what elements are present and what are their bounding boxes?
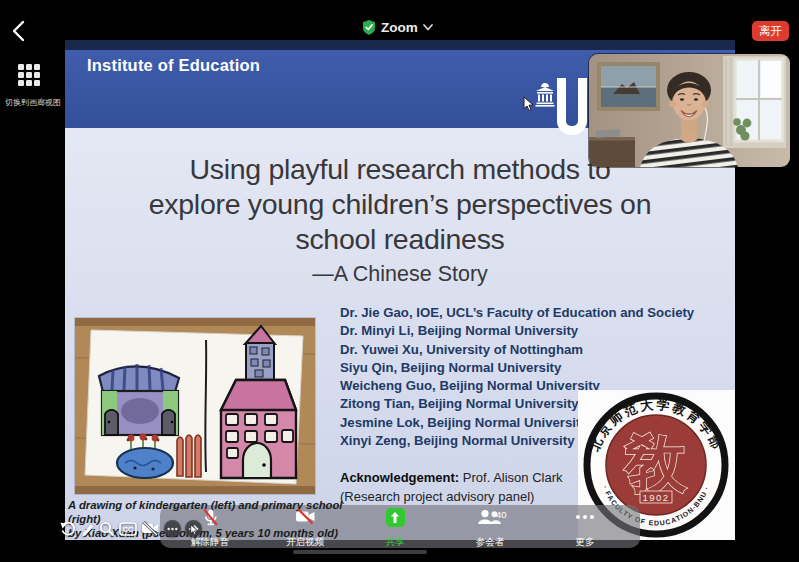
ucl-logo-partial-u <box>557 78 587 135</box>
participant-video-feed <box>589 54 790 167</box>
start-video-label: 开启视频 <box>286 537 324 547</box>
share-screen-label: 共享 <box>386 537 405 547</box>
home-indicator[interactable] <box>293 550 427 554</box>
leave-meeting-button[interactable]: 离开 <box>752 21 789 41</box>
slide-top-strip <box>65 40 735 50</box>
slide-title: Using playful research methods to explor… <box>65 152 735 287</box>
participants-count: 40 <box>496 509 507 520</box>
annotation-more-button[interactable] <box>164 520 181 537</box>
ucl-portico-icon <box>533 83 557 107</box>
mouse-cursor <box>523 96 535 112</box>
undo-icon[interactable] <box>60 521 76 537</box>
camera-off-icon <box>295 508 316 525</box>
acknowledgement-label: Acknowledgement: <box>340 470 459 485</box>
share-screen-icon <box>386 508 405 527</box>
security-shield-icon <box>362 20 376 35</box>
meeting-title-menu[interactable]: Zoom <box>362 20 433 35</box>
title-line-3: school readiness <box>65 222 735 257</box>
microphone-muted-icon <box>201 508 220 527</box>
title-line-2: explore young children’s perspectives on <box>65 187 735 222</box>
child-drawing-photo <box>75 318 315 494</box>
author-line: Dr. Jie Gao, IOE, UCL’s Faculty of Educa… <box>340 304 694 322</box>
acknowledgement-text: Prof. Alison Clark <box>463 470 563 485</box>
author-line: Dr. Minyi Li, Beijing Normal University <box>340 322 694 340</box>
acknowledgement-text-2: (Research project advisory panel) <box>340 487 563 506</box>
slide-subtitle: —A Chinese Story <box>65 262 735 287</box>
app-title: Zoom <box>381 20 418 35</box>
magnifier-zoom-icon[interactable] <box>99 521 115 537</box>
chevron-down-icon <box>423 24 433 31</box>
more-dots-icon <box>574 508 596 526</box>
author-line: Siyu Qin, Beijing Normal University <box>340 359 694 377</box>
seal-glyph: 敎 <box>623 429 687 498</box>
gallery-view-label[interactable]: 切换到画廊视图 <box>0 97 66 108</box>
more-label: 更多 <box>576 537 595 547</box>
participants-button[interactable]: 40 参会者 <box>455 508 525 547</box>
chevron-left-icon <box>10 20 30 42</box>
institute-name: Institute of Education <box>87 56 260 75</box>
unmute-label: 解除静音 <box>191 537 229 547</box>
back-button[interactable] <box>10 20 30 42</box>
mouse-cursor-small <box>190 524 199 536</box>
more-dots-small-icon <box>167 527 178 531</box>
share-screen-button[interactable]: 共享 <box>360 508 430 547</box>
seal-year: 1902 <box>642 492 669 503</box>
gallery-view-icon[interactable] <box>18 64 40 86</box>
author-line: Dr. Yuwei Xu, University of Nottingham <box>340 341 694 359</box>
pencil-annotate-icon[interactable] <box>80 521 95 537</box>
closed-captions-icon[interactable]: CC <box>119 522 137 536</box>
start-video-button[interactable]: 开启视频 <box>270 508 340 547</box>
annotation-toolbar: CC <box>60 520 202 537</box>
cc-text: CC <box>123 526 133 533</box>
participants-label: 参会者 <box>476 537 505 547</box>
meeting-toolbar: 解除静音 开启视频 共享 <box>160 505 640 548</box>
zoom-meeting-screen: Zoom 离开 切换到画廊视图 Institute of Education <box>0 0 799 562</box>
more-button[interactable]: 更多 <box>550 508 620 547</box>
acknowledgement: Acknowledgement: Prof. Alison Clark (Res… <box>340 468 563 506</box>
participant-video-thumbnail[interactable] <box>589 54 790 167</box>
video-off-small-icon[interactable] <box>141 521 160 536</box>
